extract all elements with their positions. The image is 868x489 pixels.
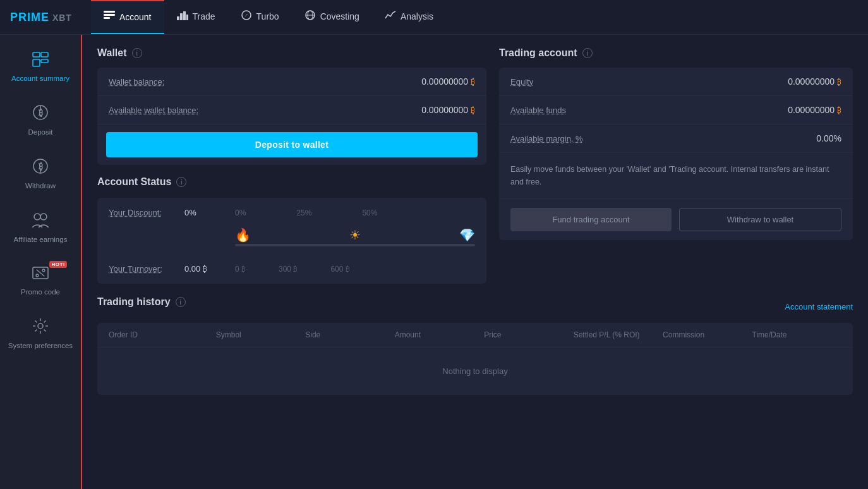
main-layout: Account summary ₿ Deposit ₿ Withdraw Aff…	[0, 35, 868, 489]
turnover-tiers: 0 ₿ 300 ₿ 600 ₿	[235, 265, 350, 274]
logo: PRIME XBT	[10, 11, 72, 24]
margin-label: Available margin, %	[510, 134, 583, 143]
sidebar-item-account-summary[interactable]: Account summary	[0, 41, 81, 94]
svg-rect-5	[183, 11, 186, 20]
equity-btc-symbol: ₿	[837, 76, 841, 87]
col-order-id: Order ID	[109, 330, 216, 339]
col-price: Price	[484, 330, 573, 339]
logo-xbt: XBT	[49, 13, 72, 23]
history-info-icon[interactable]: i	[176, 297, 186, 307]
col-symbol: Symbol	[216, 330, 305, 339]
svg-rect-13	[33, 59, 40, 66]
sidebar-deposit-label: Deposit	[28, 128, 53, 137]
btc-symbol-1: ₿	[471, 76, 475, 87]
equity-row: Equity 0.00000000 ₿	[499, 68, 853, 96]
nav-account-label: Account	[119, 12, 152, 22]
btc-symbol-2: ₿	[471, 105, 475, 115]
history-header: Trading history i Account statement	[97, 296, 853, 317]
sidebar-item-promo[interactable]: HOT! Promo code	[0, 255, 81, 307]
two-col-layout: Wallet i Wallet balance: 0.00000000 ₿ Av…	[97, 47, 853, 284]
sidebar-affiliate-label: Affiliate earnings	[14, 235, 68, 244]
preferences-icon	[32, 317, 49, 337]
nav-trade[interactable]: Trade	[164, 0, 228, 34]
available-wallet-label: Available wallet balance:	[109, 106, 198, 115]
account-status-label: Account Status	[97, 176, 171, 188]
trading-account-title: Trading account i	[499, 47, 853, 59]
trading-account-panel: Equity 0.00000000 ₿ Available funds 0.00…	[499, 68, 853, 240]
discount-row: Your Discount: 0% 0% 25% 50%	[109, 208, 475, 217]
margin-row: Available margin, % 0.00%	[499, 124, 853, 153]
svg-point-26	[42, 269, 45, 272]
col-commission: Commission	[663, 330, 752, 339]
wallet-balance-row: Wallet balance: 0.00000000 ₿	[97, 68, 486, 96]
discount-value: 0%	[184, 208, 235, 217]
account-summary-icon	[32, 51, 49, 70]
wallet-balance-value: 0.00000000 ₿	[421, 76, 475, 87]
svg-rect-0	[104, 11, 115, 13]
svg-point-21	[34, 214, 40, 220]
turnover-tier-300: 300 ₿	[279, 265, 298, 274]
account-status-info-icon[interactable]: i	[176, 177, 186, 187]
account-status-title: Account Status i	[97, 176, 486, 188]
svg-rect-6	[186, 15, 188, 20]
trading-account-info-icon[interactable]: i	[582, 48, 593, 58]
nav-analysis[interactable]: Analysis	[372, 0, 446, 34]
available-funds-value: 0.00000000 ₿	[788, 105, 841, 115]
trading-info-text: Easily move funds between your 'Wallet' …	[499, 153, 853, 199]
covesting-icon	[304, 10, 316, 23]
sidebar-account-summary-label: Account summary	[11, 74, 69, 83]
sidebar-item-preferences[interactable]: System preferences	[0, 307, 81, 361]
svg-point-27	[38, 323, 43, 329]
nav-turbo[interactable]: Turbo	[228, 0, 292, 34]
turnover-label: Your Turnover:	[109, 264, 184, 274]
sidebar-withdraw-label: Withdraw	[25, 181, 56, 191]
available-funds-btc-symbol: ₿	[837, 105, 841, 115]
nav-account[interactable]: Account	[91, 0, 164, 34]
deposit-icon: ₿	[32, 104, 49, 124]
equity-label: Equity	[510, 77, 533, 87]
fund-trading-account-button[interactable]: Fund trading account	[510, 208, 672, 231]
discount-label: Your Discount:	[109, 208, 184, 217]
svg-rect-11	[33, 52, 40, 57]
history-title-text: Trading history	[97, 296, 171, 308]
logo-prime: PRIME	[10, 11, 49, 23]
svg-rect-4	[180, 13, 183, 20]
deposit-to-wallet-button[interactable]: Deposit to wallet	[106, 132, 478, 157]
svg-line-24	[37, 270, 44, 276]
sidebar-item-affiliate[interactable]: Affiliate earnings	[0, 201, 81, 255]
history-table: Order ID Symbol Side Amount Price Settle…	[97, 323, 853, 395]
turnover-row: Your Turnover: 0.00 ₿ 0 ₿ 300 ₿ 600 ₿	[109, 264, 475, 274]
sidebar-promo-label: Promo code	[21, 287, 60, 297]
table-header: Order ID Symbol Side Amount Price Settle…	[97, 323, 853, 347]
wallet-panel: Wallet balance: 0.00000000 ₿ Available w…	[97, 68, 486, 165]
svg-rect-3	[177, 16, 179, 20]
wallet-section-title: Wallet i	[97, 47, 486, 59]
nav-analysis-label: Analysis	[401, 11, 433, 21]
tier-0: 0%	[235, 208, 246, 217]
svg-rect-1	[104, 14, 115, 16]
svg-rect-2	[104, 17, 110, 19]
turnover-tier-0: 0 ₿	[235, 265, 246, 274]
affiliate-icon	[31, 211, 50, 231]
progress-track	[235, 244, 475, 246]
col-amount: Amount	[395, 330, 484, 339]
nav-covesting[interactable]: Covesting	[292, 0, 372, 34]
analysis-icon	[385, 10, 396, 23]
wallet-title-text: Wallet	[97, 47, 127, 59]
withdraw-to-wallet-button[interactable]: Withdraw to wallet	[679, 208, 841, 231]
svg-rect-14	[41, 59, 48, 63]
available-wallet-value: 0.00000000 ₿	[421, 105, 475, 115]
hot-badge: HOT!	[49, 261, 67, 268]
sidebar-item-deposit[interactable]: ₿ Deposit	[0, 94, 81, 147]
col-side: Side	[305, 330, 394, 339]
wallet-info-icon[interactable]: i	[132, 48, 142, 58]
account-status-panel: Your Discount: 0% 0% 25% 50%	[97, 198, 486, 284]
sidebar-item-withdraw[interactable]: ₿ Withdraw	[0, 147, 81, 201]
tier-50: 50%	[362, 208, 377, 217]
nav-covesting-label: Covesting	[320, 11, 359, 21]
account-statement-link[interactable]: Account statement	[785, 302, 853, 311]
nav-items: Account Trade Turbo Covesting Analysis	[91, 0, 446, 34]
main-content: Wallet i Wallet balance: 0.00000000 ₿ Av…	[82, 35, 868, 489]
sidebar: Account summary ₿ Deposit ₿ Withdraw Aff…	[0, 35, 82, 489]
margin-value: 0.00%	[816, 133, 841, 143]
